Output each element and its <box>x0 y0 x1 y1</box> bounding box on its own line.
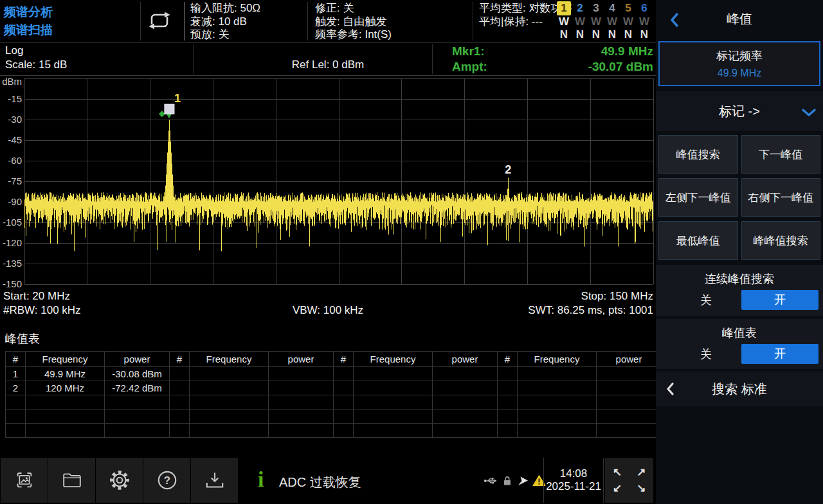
peak-table-cell <box>498 410 518 424</box>
sidebar-button-6[interactable]: 峰峰值搜索 <box>741 221 821 260</box>
peak-table-cell <box>354 367 433 381</box>
peak-table-cell <box>334 367 354 381</box>
toggle-off-option[interactable]: 关 <box>687 292 725 308</box>
continuous-sweep-icon[interactable] <box>144 8 175 33</box>
spectrum-analyzer-app: 频谱分析 频谱扫描 输入阻抗: 50Ω 衰减: 10 dB 预放: 关 修正: … <box>0 0 823 504</box>
trace-indicator-2[interactable]: 2WN <box>573 1 587 41</box>
trace-indicator-1[interactable]: 1WN <box>557 1 571 41</box>
peak-table-section: 峰值表 关 开 <box>656 319 823 369</box>
peak-table-cell <box>105 395 170 410</box>
peak-table-cell <box>597 424 662 438</box>
peak-table-title: 峰值表 <box>5 331 40 346</box>
trace-number: 4 <box>605 1 619 15</box>
svg-text:-90: -90 <box>8 196 22 207</box>
settings-button[interactable] <box>96 458 143 503</box>
sidebar-button-2[interactable]: 下一峰值 <box>741 135 821 174</box>
svg-text:-45: -45 <box>8 134 22 145</box>
peak-table-cell <box>269 395 334 410</box>
peak-table-cell <box>518 395 597 410</box>
peak-table-cell <box>597 410 662 424</box>
trace-detector: W <box>557 15 571 28</box>
peak-table-cell <box>334 395 354 410</box>
peak-table-cell <box>269 381 334 395</box>
peak-table-cell <box>170 410 190 424</box>
lock-icon <box>502 475 513 487</box>
svg-text:-75: -75 <box>8 176 22 186</box>
marker-frequency-field[interactable]: 标记频率 49.9 MHz <box>658 41 820 86</box>
trace-number: 6 <box>637 1 651 15</box>
arrow-nw-icon: ↖ <box>613 465 622 479</box>
svg-text:-30: -30 <box>8 114 22 125</box>
arrow-sw-icon: ↙ <box>613 482 622 495</box>
mode-label[interactable]: 频谱分析 频谱扫描 <box>4 3 53 39</box>
sidebar-button-1[interactable]: 峰值搜索 <box>658 135 738 174</box>
peak-table-cell <box>498 395 518 410</box>
peak-table-header: Frequency <box>190 352 269 367</box>
table-row <box>6 424 662 438</box>
clock[interactable]: 14:08 2025-11-21 <box>543 458 604 503</box>
start-freq[interactable]: Start: 20 MHz <box>3 290 70 303</box>
peak-table-cell <box>6 395 26 410</box>
trace-indicator-6[interactable]: 6WN <box>637 1 651 41</box>
sweep-time[interactable]: SWT: 86.25 ms, pts: 1001 <box>460 304 653 317</box>
svg-text:-150: -150 <box>3 278 22 289</box>
peak-table-cell <box>26 424 105 438</box>
peak-table-cell <box>190 367 269 381</box>
peak-table-cell <box>269 410 334 424</box>
peak-table-cell <box>518 424 597 438</box>
peak-table-cell <box>433 381 498 395</box>
peak-table-cell: 49.9 MHz <box>26 367 105 381</box>
marker-to-row[interactable]: 标记 -> <box>656 91 823 131</box>
mkr1-value: 49.9 MHz <box>460 44 653 59</box>
help-button[interactable]: ? <box>143 458 190 503</box>
fullscreen-button[interactable]: ↖ ↗ ↙ ↘ <box>605 458 653 503</box>
toggle-off-option[interactable]: 关 <box>687 346 725 362</box>
peak-table-cell <box>498 424 518 438</box>
top-status-bar: 频谱分析 频谱扫描 输入阻抗: 50Ω 衰减: 10 dB 预放: 关 修正: … <box>0 0 656 43</box>
screenshot-button[interactable] <box>1 458 48 503</box>
peak-table-header: power <box>105 352 170 367</box>
bottom-toolbar: ? i ADC 过载恢复 <box>0 456 656 504</box>
attenuation: 衰减: 10 dB <box>190 15 260 29</box>
peak-table-cell <box>433 395 498 410</box>
spectrum-plot[interactable]: 12dBm-15-30-45-60-75-90-105-120-135-150 <box>0 76 656 289</box>
peak-table-cell: -30.08 dBm <box>105 367 170 381</box>
peak-table-header: # <box>6 352 26 367</box>
table-row <box>6 395 662 410</box>
peak-table-header: Frequency <box>354 352 433 367</box>
peak-table-toggle-label: 峰值表 <box>656 319 823 341</box>
toggle-on-option[interactable]: 开 <box>741 290 818 310</box>
sidebar-button-4[interactable]: 右侧下一峰值 <box>741 178 821 217</box>
arrow-ne-icon: ↗ <box>637 465 646 479</box>
trace-indicator-5[interactable]: 5WN <box>621 1 635 41</box>
usb-icon <box>484 476 498 485</box>
peak-table-cell <box>269 367 334 381</box>
table-row <box>6 410 662 424</box>
status-icon-cluster <box>484 474 546 487</box>
trace-mode: N <box>621 28 635 41</box>
trace-indicator-3[interactable]: 3WN <box>589 1 603 41</box>
peak-table-cell <box>498 381 518 395</box>
save-button[interactable] <box>191 458 238 503</box>
peak-table-cell: 1 <box>6 367 26 381</box>
trace-detector: W <box>605 15 619 28</box>
peak-table-cell <box>433 424 498 438</box>
peak-table-cell <box>354 410 433 424</box>
scale-type: Log <box>5 44 67 58</box>
sidebar-button-5[interactable]: 最低峰值 <box>658 221 738 260</box>
peak-table-cell <box>170 424 190 438</box>
file-browser-button[interactable] <box>48 458 95 503</box>
peak-table-header: power <box>433 352 498 367</box>
divider <box>140 2 141 40</box>
peak-table-header: # <box>498 352 518 367</box>
sidebar-button-3[interactable]: 左侧下一峰值 <box>658 178 738 217</box>
stop-freq[interactable]: Stop: 150 MHz <box>460 290 653 303</box>
input-impedance: 输入阻抗: 50Ω <box>190 2 260 15</box>
svg-text:-135: -135 <box>3 258 22 269</box>
peak-table-cell <box>6 410 26 424</box>
search-criteria-row[interactable]: 搜索 标准 <box>656 372 823 406</box>
toggle-on-option[interactable]: 开 <box>741 344 818 364</box>
svg-text:-60: -60 <box>8 155 22 166</box>
trace-indicator-4[interactable]: 4WN <box>605 1 619 41</box>
divider <box>432 44 433 74</box>
